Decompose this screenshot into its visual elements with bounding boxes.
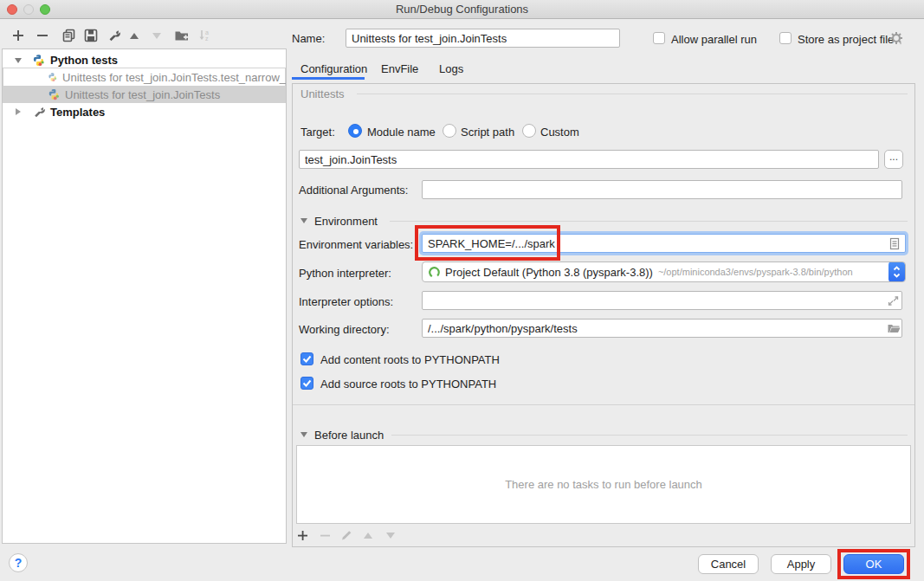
apply-button[interactable]: Apply <box>771 554 831 574</box>
svg-text:a: a <box>205 29 209 36</box>
collapsed-chevron-icon[interactable] <box>16 108 21 115</box>
tree-item-label: Unittests for test_join.JoinTests <box>65 88 220 101</box>
radio-module-name-label: Module name <box>367 126 436 139</box>
check-icon <box>302 354 312 364</box>
help-button[interactable]: ? <box>9 553 28 572</box>
radio-custom[interactable] <box>522 124 536 138</box>
check-icon <box>302 378 312 388</box>
python-test-config-icon <box>48 71 57 83</box>
move-task-up-icon <box>360 527 376 543</box>
add-content-roots-checkbox[interactable] <box>300 352 313 365</box>
move-down-icon <box>149 28 165 43</box>
interpreter-value: Project Default (Python 3.8 (pyspark-3.8… <box>445 266 653 279</box>
working-directory-input[interactable] <box>422 319 902 338</box>
title-bar: Run/Debug Configurations <box>0 0 924 19</box>
unittests-group-line <box>357 94 908 94</box>
templates-wrench-icon <box>32 106 45 119</box>
tab-configuration[interactable]: Configuration <box>300 62 367 75</box>
add-task-button[interactable] <box>294 527 310 543</box>
tree-item-test-narrow[interactable]: Unittests for test_join.JoinTests.test_n… <box>3 68 286 86</box>
target-label: Target: <box>300 126 335 139</box>
tab-logs[interactable]: Logs <box>439 62 463 75</box>
allow-parallel-run-checkbox[interactable] <box>653 32 665 44</box>
configurations-tree: Python tests Unittests for test_join.Joi… <box>2 48 287 544</box>
before-launch-line <box>391 435 908 436</box>
remove-configuration-button[interactable] <box>35 28 50 43</box>
move-up-icon[interactable] <box>126 28 142 43</box>
add-content-roots-label: Add content roots to PYTHONPATH <box>320 353 500 366</box>
tree-item-python-tests[interactable]: Python tests <box>3 51 286 68</box>
combo-stepper-icon[interactable] <box>888 261 905 282</box>
before-launch-task-list[interactable]: There are no tasks to run before launch <box>296 445 911 524</box>
python-tests-icon <box>32 54 45 67</box>
expand-field-icon[interactable] <box>887 294 900 310</box>
additional-arguments-label: Additional Arguments: <box>299 184 408 197</box>
interpreter-options-input[interactable] <box>422 291 902 310</box>
window-title: Run/Debug Configurations <box>0 0 924 18</box>
radio-script-path-label: Script path <box>461 126 514 139</box>
interpreter-options-label: Interpreter options: <box>299 295 393 308</box>
ok-button[interactable]: OK <box>843 554 904 574</box>
radio-custom-label: Custom <box>540 126 579 139</box>
radio-module-name[interactable] <box>348 124 362 138</box>
conda-env-icon <box>428 266 441 279</box>
section-separator <box>293 404 914 405</box>
store-as-project-file-label: Store as project file <box>798 33 894 46</box>
additional-arguments-input[interactable] <box>422 180 902 199</box>
interpreter-path: ~/opt/miniconda3/envs/pyspark-3.8/bin/py… <box>658 267 888 277</box>
environment-variables-label: Environment variables: <box>299 238 413 251</box>
tree-item-label: Unittests for test_join.JoinTests.test_n… <box>62 71 286 84</box>
run-debug-configurations-dialog: Run/Debug Configurations az Python tests <box>0 0 924 581</box>
cancel-button[interactable]: Cancel <box>698 554 759 574</box>
close-window-button[interactable] <box>7 4 17 15</box>
before-launch-label: Before launch <box>314 429 384 442</box>
gear-icon[interactable] <box>889 31 904 48</box>
python-interpreter-combo[interactable]: Project Default (Python 3.8 (pyspark-3.8… <box>422 261 906 282</box>
environment-group-label: Environment <box>314 215 378 228</box>
add-source-roots-label: Add source roots to PYTHONPATH <box>320 378 496 391</box>
unittests-group-label: Unittests <box>300 87 345 100</box>
tree-item-jointests-selected[interactable]: Unittests for test_join.JoinTests <box>3 86 286 103</box>
environment-group-line <box>390 221 908 222</box>
save-configuration-icon[interactable] <box>83 28 99 43</box>
environment-collapse-icon[interactable] <box>300 218 307 223</box>
name-label: Name: <box>292 32 325 45</box>
edit-task-pencil-icon <box>339 527 354 543</box>
zoom-window-button[interactable] <box>40 4 50 15</box>
active-tab-underline <box>292 77 365 80</box>
module-name-input[interactable] <box>299 150 879 169</box>
add-source-roots-checkbox[interactable] <box>300 377 313 390</box>
copy-configuration-icon[interactable] <box>61 28 76 43</box>
before-launch-empty-text: There are no tasks to run before launch <box>297 478 910 491</box>
add-configuration-button[interactable] <box>10 28 26 43</box>
new-folder-icon[interactable] <box>173 28 189 43</box>
remove-task-button <box>317 527 333 543</box>
tree-item-label: Python tests <box>50 54 118 67</box>
edit-templates-wrench-icon[interactable] <box>106 28 121 43</box>
tree-item-templates[interactable]: Templates <box>3 103 286 120</box>
svg-text:z: z <box>205 36 209 42</box>
environment-variables-input[interactable] <box>422 234 906 253</box>
sort-alphabetically-icon: az <box>197 28 213 43</box>
radio-script-path[interactable] <box>443 124 456 138</box>
store-as-project-file-checkbox[interactable] <box>779 32 792 44</box>
python-test-config-icon <box>48 88 60 100</box>
tab-envfile[interactable]: EnvFile <box>381 62 418 75</box>
tree-item-label: Templates <box>50 106 105 119</box>
expand-collapse-icon[interactable] <box>15 58 22 63</box>
minimize-window-button <box>23 4 34 15</box>
browse-folder-icon[interactable] <box>887 322 901 337</box>
before-launch-collapse-icon[interactable] <box>300 432 307 437</box>
name-input[interactable] <box>346 29 620 48</box>
move-task-down-icon <box>383 527 398 543</box>
env-vars-list-icon[interactable] <box>888 237 901 253</box>
allow-parallel-run-label: Allow parallel run <box>671 33 757 46</box>
browse-button[interactable]: ... <box>884 150 903 169</box>
working-directory-label: Working directory: <box>299 323 390 336</box>
python-interpreter-label: Python interpreter: <box>299 267 391 280</box>
